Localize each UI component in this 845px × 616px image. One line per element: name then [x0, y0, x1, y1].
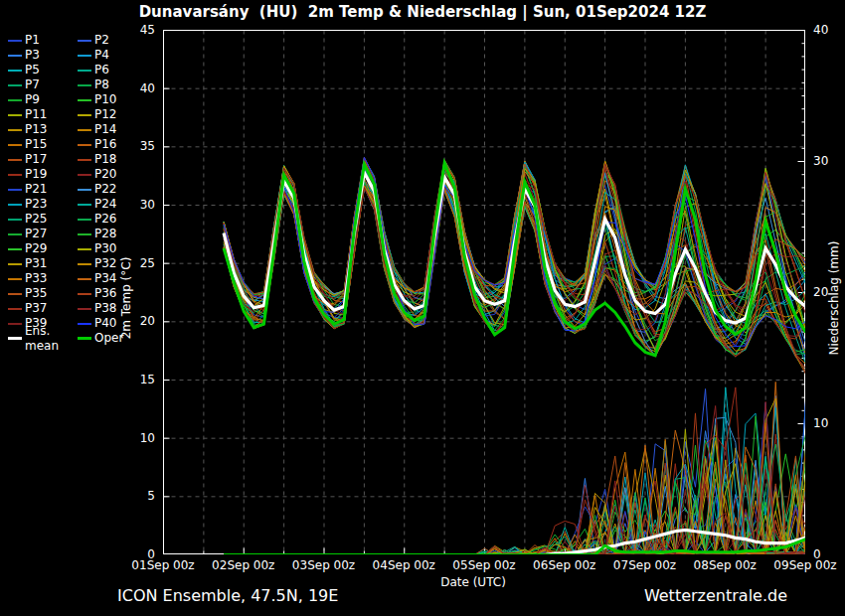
- legend-line-swatch: [8, 159, 22, 161]
- legend-item-p33: P33: [8, 271, 78, 286]
- y-left-tick-label: 20: [121, 314, 155, 328]
- x-tick-label: 06Sep 00z: [523, 558, 606, 572]
- legend-label: P24: [94, 197, 117, 212]
- legend-line-swatch: [8, 144, 22, 146]
- legend-label: P21: [25, 182, 48, 197]
- legend-item-p19: P19: [8, 167, 78, 182]
- legend-item-p31: P31: [8, 256, 78, 271]
- legend-line-swatch: [78, 189, 91, 191]
- legend-line-swatch: [78, 219, 91, 221]
- legend-line-swatch: [78, 323, 91, 325]
- legend-label: P32: [94, 256, 117, 271]
- x-tick-label: 04Sep 00z: [362, 558, 445, 572]
- legend-label: P6: [94, 63, 109, 77]
- legend-label: P1: [25, 33, 40, 48]
- legend-label: P7: [25, 77, 40, 92]
- y-left-tick-label: 35: [121, 139, 155, 153]
- legend-line-swatch: [8, 337, 22, 340]
- site-credit-text: Wetterzentrale.de: [626, 586, 787, 605]
- ensemble-plume-canvas: [163, 30, 805, 554]
- legend-item-p4: P4: [78, 48, 147, 63]
- legend-item-oper: Oper: [78, 331, 147, 346]
- legend-line-swatch: [78, 114, 91, 116]
- legend-label: P5: [25, 63, 40, 77]
- legend-line-swatch: [8, 308, 22, 310]
- legend-label: P12: [94, 107, 117, 122]
- x-tick-label: 03Sep 00z: [282, 558, 366, 572]
- legend-label: P3: [25, 48, 40, 63]
- legend-item-p11: P11: [8, 107, 78, 122]
- legend-label: P14: [94, 122, 117, 137]
- legend-item-p9: P9: [8, 92, 78, 107]
- legend-label: P36: [94, 286, 117, 301]
- legend-line-swatch: [78, 84, 91, 86]
- legend-line-swatch: [78, 308, 91, 310]
- y-right-tick-label: 30: [813, 154, 845, 168]
- app: { "title": "Dunavarsány (HU) 2m Temp & N…: [0, 0, 845, 616]
- legend-line-swatch: [78, 263, 91, 265]
- y-left-tick-label: 25: [121, 256, 155, 270]
- legend-line-swatch: [78, 337, 91, 340]
- legend-item-p1: P1: [8, 33, 78, 48]
- legend-item-p30: P30: [78, 241, 147, 256]
- legend-item-p36: P36: [78, 286, 147, 301]
- legend-item-ens-mean: Ens. mean: [8, 331, 78, 346]
- legend-line-swatch: [78, 40, 91, 42]
- y-left-tick-label: 5: [121, 489, 155, 503]
- legend-item-p18: P18: [78, 152, 147, 167]
- legend-item-p5: P5: [8, 63, 78, 77]
- legend-label: P11: [25, 107, 48, 122]
- x-tick-label: 01Sep 00z: [121, 558, 205, 572]
- legend-line-swatch: [78, 204, 91, 206]
- y-left-tick-label: 10: [121, 431, 155, 445]
- legend-line-swatch: [8, 174, 22, 176]
- legend-item-p35: P35: [8, 286, 78, 301]
- model-info-text: ICON Ensemble, 47.5N, 19E: [117, 586, 338, 605]
- chart-title: Dunavarsány (HU) 2m Temp & Niederschlag …: [0, 3, 845, 21]
- legend-label: P28: [94, 227, 117, 241]
- legend-line-swatch: [8, 233, 22, 235]
- legend-line-swatch: [8, 204, 22, 206]
- legend-item-p20: P20: [78, 167, 147, 182]
- legend-label: P18: [94, 152, 117, 167]
- legend-line-swatch: [8, 323, 22, 325]
- legend-label: P4: [94, 48, 109, 63]
- legend-line-swatch: [8, 55, 22, 57]
- legend-label: P2: [94, 33, 109, 48]
- legend-item-p13: P13: [8, 122, 78, 137]
- legend-label: P27: [25, 227, 48, 241]
- legend-label: P30: [94, 241, 117, 256]
- legend-label: P34: [94, 271, 117, 286]
- legend-line-swatch: [8, 99, 22, 101]
- y-right-tick-label: 10: [813, 416, 845, 430]
- x-tick-label: 08Sep 00z: [683, 558, 766, 572]
- legend-label: P40: [94, 316, 117, 331]
- legend-item-p15: P15: [8, 137, 78, 152]
- legend-label: P29: [25, 241, 48, 256]
- legend-item-p26: P26: [78, 212, 147, 227]
- legend-line-swatch: [78, 70, 91, 72]
- y-left-tick-label: 45: [121, 23, 155, 37]
- legend-label: P10: [94, 92, 117, 107]
- legend-label: P38: [94, 301, 117, 316]
- legend-label: P37: [25, 301, 48, 316]
- legend-item-p25: P25: [8, 212, 78, 227]
- legend-line-swatch: [8, 129, 22, 131]
- legend-line-swatch: [8, 219, 22, 221]
- legend-item-p29: P29: [8, 241, 78, 256]
- legend-line-swatch: [78, 159, 91, 161]
- x-tick-label: 02Sep 00z: [202, 558, 285, 572]
- legend-line-swatch: [78, 55, 91, 57]
- legend-label: Ens. mean: [25, 324, 78, 354]
- legend-item-p17: P17: [8, 152, 78, 167]
- y-right-tick-label: 20: [813, 285, 845, 299]
- y-left-tick-label: 15: [121, 373, 155, 386]
- legend-line-swatch: [78, 99, 91, 101]
- y-right-tick-label: 40: [813, 23, 845, 37]
- legend-line-swatch: [8, 248, 22, 250]
- x-tick-label: 09Sep 00z: [763, 558, 845, 572]
- legend-line-swatch: [78, 233, 91, 235]
- legend-item-p22: P22: [78, 182, 147, 197]
- legend-line-swatch: [8, 293, 22, 295]
- legend-item-p12: P12: [78, 107, 147, 122]
